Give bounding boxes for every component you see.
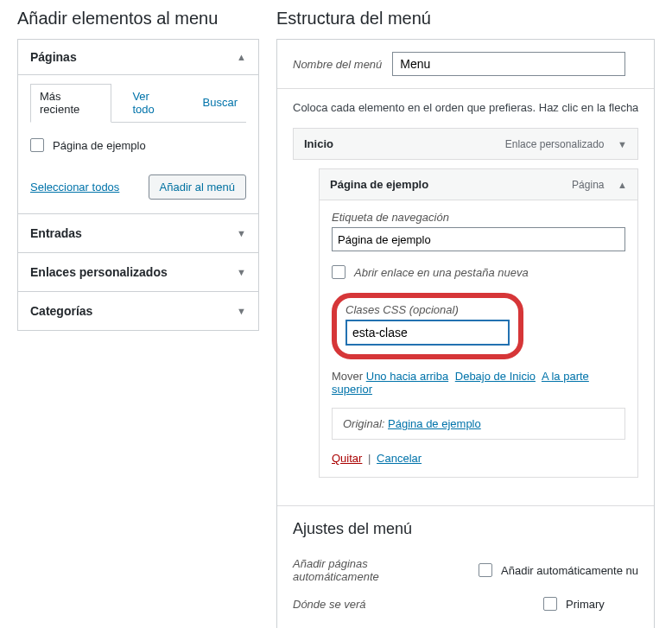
chevron-down-icon: ▼	[237, 306, 246, 316]
accordion-custom-links[interactable]: Enlaces personalizados ▼	[18, 253, 258, 291]
select-all-link[interactable]: Seleccionar todos	[30, 181, 119, 193]
pages-metabox: Páginas ▲ Más reciente Ver todo Buscar P…	[17, 39, 259, 331]
pages-tabs: Más reciente Ver todo Buscar	[30, 84, 246, 123]
menu-item-type: Página	[572, 179, 604, 191]
checkbox-icon[interactable]	[543, 597, 557, 611]
open-new-tab-label: Abrir enlace en una pestaña nueva	[354, 266, 529, 279]
original-box: Original: Página de ejemplo	[332, 408, 625, 440]
chevron-up-icon: ▲	[618, 180, 627, 190]
menu-item-inicio: Inicio Enlace personalizado ▼	[293, 128, 638, 160]
separator: |	[368, 452, 371, 465]
menu-item-type: Enlace personalizado	[505, 138, 605, 150]
page-item-label: Página de ejemplo	[53, 139, 146, 152]
accordion-entradas[interactable]: Entradas ▼	[18, 214, 258, 252]
auto-add-label: Añadir páginas automáticamente	[293, 557, 444, 583]
accordion-title: Enlaces personalizados	[30, 265, 168, 279]
checkbox-icon[interactable]	[479, 563, 492, 577]
accordion-categories[interactable]: Categorías ▼	[18, 292, 258, 330]
css-classes-title: Clases CSS (opcional)	[346, 303, 510, 316]
add-elements-heading: Añadir elementos al menu	[17, 9, 259, 29]
menu-panel: Nombre del menú Coloca cada elemento en …	[276, 39, 655, 628]
cancel-link[interactable]: Cancelar	[377, 452, 422, 465]
structure-heading: Estructura del menú	[276, 9, 655, 29]
original-link[interactable]: Página de ejemplo	[388, 417, 481, 430]
move-row: Mover Uno hacia arriba Debajo de Inicio …	[332, 370, 625, 396]
tab-search[interactable]: Buscar	[194, 91, 246, 115]
accordion-title: Entradas	[30, 226, 82, 240]
accordion-title: Categorías	[30, 304, 92, 318]
chevron-down-icon: ▼	[618, 139, 627, 149]
nav-label-input[interactable]	[332, 227, 625, 251]
remove-link[interactable]: Quitar	[332, 452, 362, 465]
tab-recent[interactable]: Más reciente	[30, 84, 111, 123]
css-classes-input[interactable]	[346, 320, 510, 346]
add-to-menu-button[interactable]: Añadir al menú	[149, 174, 246, 200]
location-option[interactable]: Primary	[543, 597, 605, 611]
pages-title: Páginas	[30, 50, 77, 64]
tab-view-all[interactable]: Ver todo	[124, 85, 181, 122]
menu-item-pagina-ejemplo: Página de ejemplo Página ▲ Etiqueta de n…	[319, 168, 638, 478]
chevron-down-icon: ▼	[237, 267, 246, 277]
chevron-down-icon: ▼	[237, 228, 246, 238]
location-text: Primary	[566, 598, 605, 611]
checkbox-icon[interactable]	[332, 265, 346, 279]
menu-name-label: Nombre del menú	[293, 58, 382, 71]
item-actions: Quitar | Cancelar	[332, 452, 625, 465]
menu-item-title: Página de ejemplo	[330, 178, 428, 191]
auto-add-option[interactable]: Añadir automáticamente nu	[479, 563, 638, 577]
page-item-row[interactable]: Página de ejemplo	[30, 135, 246, 155]
checkbox-icon[interactable]	[30, 138, 44, 152]
css-classes-highlight: Clases CSS (opcional)	[332, 293, 523, 359]
menu-item-toggle[interactable]: Inicio Enlace personalizado ▼	[294, 129, 637, 159]
auto-add-text: Añadir automáticamente nu	[501, 564, 638, 577]
menu-item-toggle[interactable]: Página de ejemplo Página ▲	[320, 169, 637, 200]
move-up-link[interactable]: Uno hacia arriba	[366, 370, 448, 383]
menu-name-input[interactable]	[392, 52, 625, 76]
nav-label-title: Etiqueta de navegación	[332, 211, 625, 224]
move-under-link[interactable]: Debajo de Inicio	[455, 370, 536, 383]
original-label: Original:	[343, 417, 384, 430]
open-new-tab-row[interactable]: Abrir enlace en una pestaña nueva	[332, 262, 625, 282]
settings-heading: Ajustes del menú	[293, 520, 638, 538]
menu-item-title: Inicio	[304, 137, 333, 150]
chevron-up-icon: ▲	[237, 52, 246, 62]
move-label: Mover	[332, 370, 363, 383]
instructions-text: Coloca cada elemento en el orden que pre…	[293, 101, 638, 114]
pages-toggle[interactable]: Páginas ▲	[18, 40, 258, 75]
location-label: Dónde se verá	[293, 598, 509, 611]
